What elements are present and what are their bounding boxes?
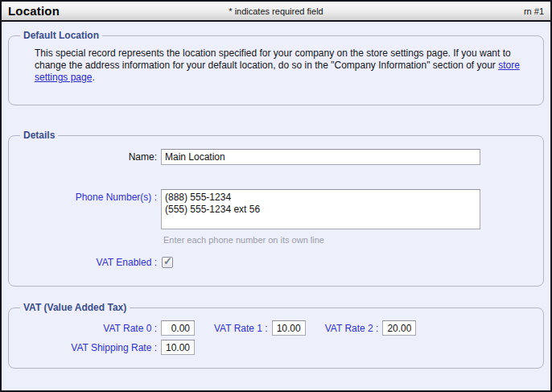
- vat-shipping-rate-label: VAT Shipping Rate :: [14, 342, 157, 353]
- description-text-end: .: [92, 72, 94, 83]
- location-settings-page: Location * indicates required field rn #…: [0, 0, 552, 392]
- phone-numbers-hint: Enter each phone number on its own line: [163, 235, 480, 245]
- vat-rate-0-label: VAT Rate 0 :: [14, 323, 157, 334]
- name-input[interactable]: [161, 149, 480, 165]
- record-number: rn #1: [524, 6, 550, 16]
- phone-numbers-textarea[interactable]: (888) 555-1234 (555) 555-1234 ext 56: [161, 189, 480, 229]
- vat-enabled-row: VAT Enabled :: [14, 257, 538, 268]
- description-text-start: This special record represents the locat…: [35, 47, 511, 71]
- default-location-description: This special record represents the locat…: [35, 47, 521, 84]
- name-field-row: Name:: [14, 149, 538, 165]
- phone-control-group: (888) 555-1234 (555) 555-1234 ext 56 Ent…: [161, 189, 480, 245]
- vat-rate-2-input[interactable]: [382, 320, 416, 336]
- phone-numbers-label: Phone Number(s) :: [14, 192, 157, 203]
- vat-rate-1-label: VAT Rate 1 :: [214, 323, 268, 334]
- vat-section: VAT (Value Added Tax) VAT Rate 0 : VAT R…: [8, 302, 544, 369]
- details-legend: Details: [20, 130, 58, 141]
- vat-legend: VAT (Value Added Tax): [20, 302, 130, 313]
- details-section: Details Name: Phone Number(s) : (888) 55…: [8, 130, 544, 287]
- required-field-note: * indicates required field: [2, 6, 550, 16]
- page-header: Location * indicates required field rn #…: [2, 2, 550, 22]
- vat-rates-row: VAT Rate 0 : VAT Rate 1 : VAT Rate 2 :: [14, 320, 538, 336]
- name-label: Name:: [14, 151, 157, 163]
- default-location-section: Default Location This special record rep…: [8, 30, 544, 105]
- default-location-legend: Default Location: [20, 30, 102, 41]
- vat-rate-0-input[interactable]: [161, 320, 195, 336]
- vat-shipping-rate-input[interactable]: [161, 340, 195, 355]
- vat-rate-2-label: VAT Rate 2 :: [325, 323, 379, 334]
- page-content: Default Location This special record rep…: [2, 22, 550, 373]
- vat-shipping-row: VAT Shipping Rate :: [14, 340, 538, 355]
- vat-enabled-checkbox[interactable]: [162, 257, 173, 268]
- vat-enabled-label: VAT Enabled :: [14, 257, 157, 268]
- phone-field-row: Phone Number(s) : (888) 555-1234 (555) 5…: [14, 189, 538, 245]
- vat-rate-1-input[interactable]: [272, 320, 306, 336]
